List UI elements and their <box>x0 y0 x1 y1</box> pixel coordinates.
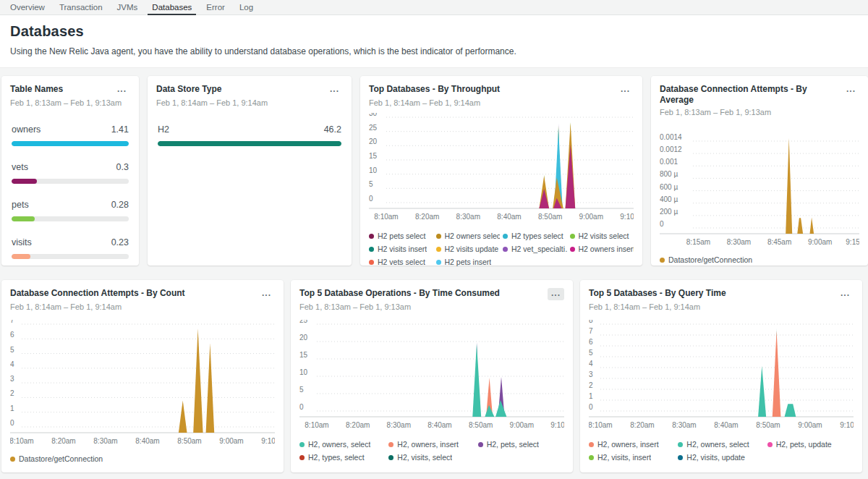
dashboard: Table Names ... Feb 1, 8:13am – Feb 1, 9… <box>0 68 868 472</box>
legend-item[interactable]: H2 vet_specialti… <box>503 245 567 253</box>
legend-label: H2 vet_specialti… <box>511 245 567 253</box>
throughput-chart[interactable]: 0510152025308:10am8:20am8:30am8:40am8:50… <box>369 113 634 223</box>
legend-label: H2, visits, update <box>686 453 745 462</box>
card-title: Top Databases - By Throughput <box>369 84 500 95</box>
legend-dot-icon <box>503 234 508 239</box>
svg-text:8:50am: 8:50am <box>756 421 780 429</box>
legend-item[interactable]: H2, owners, insert <box>388 440 475 449</box>
svg-text:8: 8 <box>589 320 593 324</box>
legend-dot-icon <box>478 442 483 447</box>
card-subtitle: Feb 1, 8:14am – Feb 1, 9:14am <box>156 98 343 107</box>
legend-item[interactable]: H2, visits, insert <box>589 453 675 462</box>
bar-fill <box>12 254 30 259</box>
operations-time-chart[interactable]: 05101520258:10am8:20am8:30am8:40am8:50am… <box>299 320 564 431</box>
card-menu-button[interactable]: ... <box>617 84 634 96</box>
legend-item[interactable]: H2, owners, insert <box>589 440 675 449</box>
legend-label: H2 vets select <box>378 258 425 266</box>
svg-text:0: 0 <box>369 195 373 203</box>
legend-item[interactable]: H2 pets insert <box>436 258 501 266</box>
legend-item[interactable]: Datastore/getConnection <box>10 454 275 463</box>
svg-text:8:20am: 8:20am <box>346 421 370 429</box>
card-menu-button[interactable]: ... <box>837 288 854 300</box>
legend-item[interactable]: H2 owners select <box>436 232 501 240</box>
legend-item[interactable]: H2 visits update <box>436 245 501 253</box>
card-menu-button[interactable]: ... <box>548 288 564 300</box>
chart-legend: H2, owners, insertH2, owners, selectH2, … <box>589 440 854 462</box>
svg-text:2: 2 <box>10 389 14 397</box>
legend-label: H2 owners insert <box>579 245 634 253</box>
bar-track <box>12 216 129 221</box>
svg-text:8:45am: 8:45am <box>767 238 791 246</box>
card-connection-attempts-count: Database Connection Attempts - By Count … <box>1 280 284 472</box>
svg-text:8:30am: 8:30am <box>456 213 480 221</box>
tab-transaction[interactable]: Transaction <box>52 0 110 14</box>
connection-count-chart[interactable]: 012345678:10am8:20am8:30am8:40am8:50am9:… <box>10 320 275 447</box>
bar-row: vets0.3 <box>10 162 130 184</box>
legend-item[interactable]: H2 types select <box>503 232 567 240</box>
legend-label: H2 visits insert <box>378 245 427 253</box>
legend-label: H2, visits, insert <box>597 453 651 462</box>
legend-item[interactable]: H2, visits, select <box>388 453 475 462</box>
connection-average-chart[interactable]: 0200 µ400 µ600 µ800 µ0.0010.00120.00148:… <box>660 132 859 248</box>
card-title: Data Store Type <box>156 84 221 95</box>
legend-label: H2 pets select <box>378 232 426 240</box>
tab-error[interactable]: Error <box>199 0 232 14</box>
legend-label: Datastore/getConnection <box>668 255 752 264</box>
svg-text:25: 25 <box>369 124 378 132</box>
bar-row: pets0.28 <box>10 200 130 221</box>
svg-text:8:30am: 8:30am <box>727 238 751 246</box>
tab-databases[interactable]: Databases <box>145 0 199 14</box>
legend-item[interactable]: H2 visits insert <box>369 245 433 253</box>
legend-label: H2 types select <box>511 232 563 240</box>
svg-text:9:00am: 9:00am <box>510 421 534 429</box>
svg-text:8:40am: 8:40am <box>135 437 159 445</box>
tab-overview[interactable]: Overview <box>3 0 52 14</box>
legend-label: H2 visits update <box>445 245 499 253</box>
legend-dot-icon <box>388 455 393 460</box>
chart-legend: Datastore/getConnection <box>10 454 275 463</box>
legend-item[interactable]: H2 vets select <box>369 258 433 266</box>
tab-log[interactable]: Log <box>232 0 260 14</box>
svg-text:25: 25 <box>299 320 308 324</box>
query-time-chart[interactable]: 0123456788:10am8:20am8:30am8:40am8:50am9… <box>589 320 854 431</box>
tab-jvms[interactable]: JVMs <box>110 0 145 14</box>
svg-text:0: 0 <box>299 403 304 411</box>
svg-text:20: 20 <box>299 334 308 342</box>
legend-item[interactable]: H2, owners, select <box>678 440 764 449</box>
bar-track <box>12 141 129 146</box>
card-menu-button[interactable]: ... <box>258 288 275 300</box>
svg-text:1: 1 <box>589 392 593 400</box>
svg-text:0: 0 <box>660 220 664 228</box>
card-menu-button[interactable]: ... <box>114 84 130 96</box>
svg-text:4: 4 <box>10 360 14 368</box>
card-top5-databases-querytime: Top 5 Databases - By Query Time ... Feb … <box>580 280 862 472</box>
svg-text:10: 10 <box>299 368 308 376</box>
legend-label: H2 pets insert <box>445 258 492 266</box>
legend-label: Datastore/getConnection <box>19 454 103 463</box>
card-menu-button[interactable]: ... <box>843 84 859 96</box>
card-title: Table Names <box>10 84 63 95</box>
card-subtitle: Feb 1, 8:14am – Feb 1, 9:14am <box>10 302 275 311</box>
bar-track <box>158 141 341 146</box>
card-title: Database Connection Attempts - By Averag… <box>660 84 838 106</box>
legend-item[interactable]: H2, visits, update <box>678 453 764 462</box>
bar-list: H246.2 <box>156 124 343 146</box>
legend-dot-icon <box>436 234 441 239</box>
card-subtitle: Feb 1, 8:14am – Feb 1, 9:14am <box>589 302 854 311</box>
legend-dot-icon <box>369 260 374 265</box>
legend-item[interactable]: H2, owners, select <box>299 440 386 449</box>
card-title: Top 5 Database Operations - By Time Cons… <box>299 288 500 299</box>
legend-item[interactable]: H2, pets, update <box>767 440 854 449</box>
legend-item[interactable]: H2 owners insert <box>570 245 634 253</box>
legend-label: H2, owners, select <box>686 440 749 449</box>
svg-text:9:00am: 9:00am <box>579 213 603 221</box>
legend-item[interactable]: H2, pets, select <box>478 440 564 449</box>
top-nav: OverviewTransactionJVMsDatabasesErrorLog <box>0 0 868 15</box>
legend-item[interactable]: H2, types, select <box>299 453 386 462</box>
legend-item[interactable]: H2 pets select <box>369 232 433 240</box>
legend-item[interactable]: Datastore/getConnection <box>660 255 859 264</box>
card-menu-button[interactable]: ... <box>326 84 343 96</box>
legend-item[interactable]: H2 visits select <box>570 232 634 240</box>
legend-dot-icon <box>589 455 594 460</box>
svg-text:8:30am: 8:30am <box>387 421 411 429</box>
